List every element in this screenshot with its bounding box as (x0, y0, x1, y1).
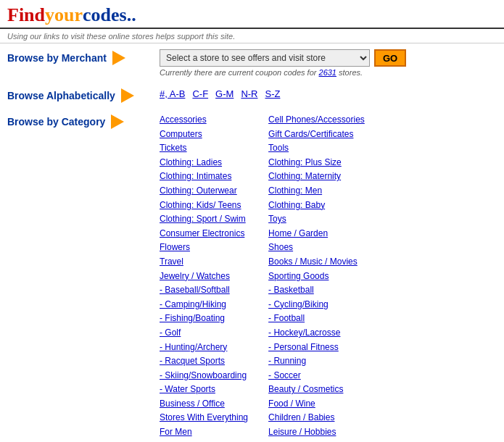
alpha-link[interactable]: C-F (192, 88, 208, 99)
category-link[interactable]: Clothing: Kids/ Teens (160, 199, 254, 212)
coupon-info: Currently there are current coupon codes… (160, 68, 497, 77)
category-link[interactable]: - Soccer (268, 369, 368, 383)
category-link[interactable]: Clothing: Sport / Swim (160, 212, 254, 226)
category-content: AccessoriesComputersTicketsClothing: Lad… (160, 113, 497, 442)
merchant-select[interactable]: Select a store to see offers and visit s… (160, 49, 370, 67)
merchant-content: Select a store to see offers and visit s… (160, 49, 497, 77)
category-link[interactable]: Clothing: Plus Size (268, 156, 368, 170)
category-link[interactable]: - Basketball (268, 283, 368, 297)
category-link[interactable]: Sporting Goods (268, 270, 368, 283)
category-link[interactable]: Clothing: Baby (268, 199, 368, 212)
browse-category-label: Browse by Category (7, 116, 105, 128)
browse-category-arrow-icon (111, 114, 124, 129)
category-link[interactable]: - Water Sports (160, 383, 254, 396)
browse-alpha-arrow-icon (121, 88, 134, 103)
main-content: Browse by Merchant Select a store to see… (0, 43, 504, 442)
category-link[interactable]: Beauty / Cosmetics (268, 383, 368, 396)
category-link[interactable]: - Golf (160, 326, 254, 340)
category-link[interactable]: Leisure / Hobbies (268, 425, 368, 439)
category-link[interactable]: - Cycling/Biking (268, 298, 368, 312)
category-link[interactable]: - Personal Fitness (268, 341, 368, 354)
alpha-link[interactable]: N-R (241, 88, 257, 99)
category-link[interactable]: Clothing: Ladies (160, 156, 254, 170)
category-link[interactable]: Clothing: Maternity (268, 170, 368, 183)
browse-merchant-label-group: Browse by Merchant (7, 49, 160, 65)
browse-category-section: Browse by Category AccessoriesComputersT… (7, 113, 497, 442)
go-button[interactable]: GO (374, 49, 406, 67)
category-link[interactable]: - Fishing/Boating (160, 312, 254, 325)
category-link[interactable]: Tools (268, 141, 368, 155)
header: Find your codes.. (0, 0, 504, 29)
category-link[interactable]: Travel (160, 255, 254, 269)
category-link[interactable]: - Hunting/Archery (160, 341, 254, 354)
category-link[interactable]: Consumer Electronics (160, 227, 254, 241)
alpha-link[interactable]: S-Z (265, 88, 280, 99)
merchant-row: Select a store to see offers and visit s… (160, 49, 497, 67)
category-link[interactable]: Clothing: Intimates (160, 170, 254, 183)
category-link[interactable]: Health / Vitamins (268, 440, 368, 442)
category-link[interactable]: - Running (268, 354, 368, 368)
category-link[interactable]: Tickets (160, 141, 254, 155)
category-link[interactable]: Flowers (160, 241, 254, 254)
category-link[interactable]: - Baseball/Softball (160, 283, 254, 297)
category-col-2: Cell Phones/AccessoriesGift Cards/Certif… (268, 113, 368, 442)
coupon-suffix: stores. (336, 68, 363, 77)
header-your: your (45, 4, 83, 26)
category-link[interactable]: Business / Office (160, 397, 254, 411)
category-link[interactable]: - Hockey/Lacrosse (268, 326, 368, 340)
alpha-links: #, A-BC-FG-MN-RS-Z (160, 87, 280, 99)
alpha-link[interactable]: #, A-B (160, 88, 185, 99)
category-link[interactable]: - Football (268, 312, 368, 325)
browse-category-label-group: Browse by Category (7, 113, 160, 129)
browse-alpha-section: Browse Alphabetically #, A-BC-FG-MN-RS-Z (7, 87, 497, 103)
category-link[interactable]: Clothing: Outerwear (160, 184, 254, 198)
support-text: Using our links to visit these online st… (7, 32, 235, 41)
category-link[interactable]: Cell Phones/Accessories (268, 113, 368, 127)
header-find: Find (7, 4, 45, 26)
category-link[interactable]: - Camping/Hiking (160, 298, 254, 312)
category-link[interactable]: Gift Cards/Certificates (268, 128, 368, 141)
category-link[interactable]: Magazines (160, 440, 254, 442)
alpha-link[interactable]: G-M (215, 88, 234, 99)
category-link[interactable]: - Racquet Sports (160, 354, 254, 368)
category-link[interactable]: Children / Babies (268, 411, 368, 425)
category-link[interactable]: Food / Wine (268, 397, 368, 411)
category-link[interactable]: Computers (160, 128, 254, 141)
coupon-count-link[interactable]: 2631 (319, 68, 336, 77)
browse-merchant-section: Browse by Merchant Select a store to see… (7, 49, 497, 77)
category-link[interactable]: Toys (268, 212, 368, 226)
category-link[interactable]: Clothing: Men (268, 184, 368, 198)
header-codes: codes.. (83, 4, 136, 26)
support-bar: Using our links to visit these online st… (0, 29, 504, 43)
category-link[interactable]: Accessories (160, 113, 254, 127)
category-col-1: AccessoriesComputersTicketsClothing: Lad… (160, 113, 254, 442)
category-link[interactable]: For Men (160, 425, 254, 439)
browse-alpha-label-group: Browse Alphabetically (7, 87, 160, 103)
coupon-text: Currently there are current coupon codes… (160, 68, 319, 77)
browse-merchant-arrow-icon (112, 51, 125, 65)
category-link[interactable]: Books / Music / Movies (268, 255, 368, 269)
category-link[interactable]: Stores With Everything (160, 411, 254, 425)
browse-merchant-label: Browse by Merchant (7, 52, 107, 64)
category-link[interactable]: Home / Garden (268, 227, 368, 241)
category-link[interactable]: Jewelry / Watches (160, 270, 254, 283)
category-link[interactable]: - Skiing/Snowboarding (160, 369, 254, 383)
category-link[interactable]: Shoes (268, 241, 368, 254)
browse-alpha-label: Browse Alphabetically (7, 90, 115, 101)
